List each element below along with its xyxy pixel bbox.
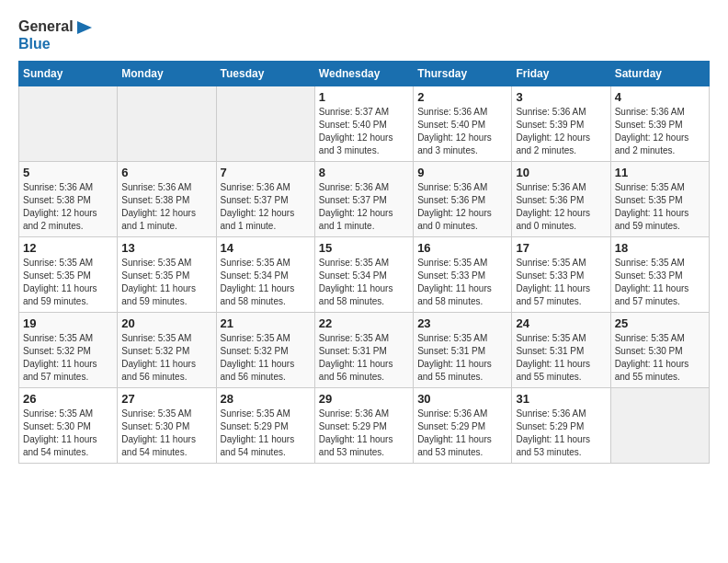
calendar-cell: 31Sunrise: 5:36 AM Sunset: 5:29 PM Dayli… [512, 388, 610, 464]
weekday-header: Wednesday [314, 62, 413, 86]
day-info: Sunrise: 5:35 AM Sunset: 5:33 PM Dayligh… [516, 257, 606, 308]
calendar-cell [610, 388, 709, 464]
calendar-cell: 25Sunrise: 5:35 AM Sunset: 5:30 PM Dayli… [610, 313, 709, 388]
weekday-header: Tuesday [216, 62, 314, 86]
calendar-cell: 10Sunrise: 5:36 AM Sunset: 5:36 PM Dayli… [512, 162, 610, 237]
logo-arrow-icon [75, 19, 92, 36]
calendar-cell: 20Sunrise: 5:35 AM Sunset: 5:32 PM Dayli… [118, 313, 216, 388]
day-number: 3 [516, 90, 606, 104]
day-number: 15 [319, 241, 409, 255]
day-number: 6 [121, 166, 211, 179]
day-number: 26 [23, 392, 113, 406]
day-info: Sunrise: 5:36 AM Sunset: 5:29 PM Dayligh… [417, 408, 507, 459]
day-info: Sunrise: 5:36 AM Sunset: 5:29 PM Dayligh… [319, 408, 409, 459]
calendar-cell: 5Sunrise: 5:36 AM Sunset: 5:38 PM Daylig… [19, 162, 118, 237]
day-info: Sunrise: 5:35 AM Sunset: 5:31 PM Dayligh… [319, 332, 409, 384]
calendar-cell [118, 86, 216, 162]
calendar-cell [216, 86, 314, 162]
day-number: 22 [319, 316, 409, 330]
day-number: 24 [516, 316, 606, 330]
day-number: 30 [417, 392, 507, 406]
day-info: Sunrise: 5:35 AM Sunset: 5:30 PM Dayligh… [23, 408, 113, 459]
day-info: Sunrise: 5:35 AM Sunset: 5:35 PM Dayligh… [121, 257, 211, 308]
calendar-cell: 15Sunrise: 5:35 AM Sunset: 5:34 PM Dayli… [314, 237, 413, 313]
day-number: 23 [417, 316, 507, 330]
day-info: Sunrise: 5:35 AM Sunset: 5:33 PM Dayligh… [417, 257, 507, 308]
day-number: 27 [121, 392, 211, 406]
weekday-header: Sunday [19, 62, 118, 86]
calendar-week-row: 1Sunrise: 5:37 AM Sunset: 5:40 PM Daylig… [19, 86, 710, 162]
calendar-cell: 12Sunrise: 5:35 AM Sunset: 5:35 PM Dayli… [19, 237, 118, 313]
calendar-cell: 9Sunrise: 5:36 AM Sunset: 5:36 PM Daylig… [414, 162, 512, 237]
day-info: Sunrise: 5:36 AM Sunset: 5:38 PM Dayligh… [121, 181, 211, 233]
weekday-header: Monday [118, 62, 216, 86]
calendar-header-row: SundayMondayTuesdayWednesdayThursdayFrid… [19, 62, 710, 86]
day-info: Sunrise: 5:35 AM Sunset: 5:34 PM Dayligh… [221, 257, 311, 308]
day-number: 8 [319, 166, 409, 179]
day-number: 1 [319, 90, 409, 104]
svg-marker-0 [77, 21, 92, 34]
calendar-cell: 19Sunrise: 5:35 AM Sunset: 5:32 PM Dayli… [19, 313, 118, 388]
calendar-week-row: 26Sunrise: 5:35 AM Sunset: 5:30 PM Dayli… [19, 388, 710, 464]
day-number: 4 [615, 90, 705, 104]
day-number: 28 [221, 392, 311, 406]
day-info: Sunrise: 5:35 AM Sunset: 5:29 PM Dayligh… [221, 408, 311, 459]
calendar-cell: 8Sunrise: 5:36 AM Sunset: 5:37 PM Daylig… [314, 162, 413, 237]
day-number: 5 [23, 166, 113, 179]
calendar-week-row: 19Sunrise: 5:35 AM Sunset: 5:32 PM Dayli… [19, 313, 710, 388]
day-number: 29 [319, 392, 409, 406]
day-number: 10 [516, 166, 606, 179]
day-info: Sunrise: 5:36 AM Sunset: 5:29 PM Dayligh… [516, 408, 606, 459]
calendar-cell: 17Sunrise: 5:35 AM Sunset: 5:33 PM Dayli… [512, 237, 610, 313]
day-info: Sunrise: 5:36 AM Sunset: 5:36 PM Dayligh… [516, 181, 606, 233]
calendar-cell: 13Sunrise: 5:35 AM Sunset: 5:35 PM Dayli… [118, 237, 216, 313]
calendar-cell: 28Sunrise: 5:35 AM Sunset: 5:29 PM Dayli… [216, 388, 314, 464]
day-info: Sunrise: 5:35 AM Sunset: 5:32 PM Dayligh… [121, 332, 211, 384]
calendar-cell: 29Sunrise: 5:36 AM Sunset: 5:29 PM Dayli… [314, 388, 413, 464]
calendar-cell: 22Sunrise: 5:35 AM Sunset: 5:31 PM Dayli… [314, 313, 413, 388]
logo-general: General [18, 18, 74, 34]
day-number: 16 [417, 241, 507, 255]
day-number: 25 [615, 316, 705, 330]
calendar-cell: 21Sunrise: 5:35 AM Sunset: 5:32 PM Dayli… [216, 313, 314, 388]
calendar-table: SundayMondayTuesdayWednesdayThursdayFrid… [18, 61, 710, 464]
day-number: 9 [417, 166, 507, 179]
day-number: 21 [221, 316, 311, 330]
calendar-cell: 16Sunrise: 5:35 AM Sunset: 5:33 PM Dayli… [414, 237, 512, 313]
day-number: 13 [121, 241, 211, 255]
calendar-week-row: 5Sunrise: 5:36 AM Sunset: 5:38 PM Daylig… [19, 162, 710, 237]
calendar-cell: 24Sunrise: 5:35 AM Sunset: 5:31 PM Dayli… [512, 313, 610, 388]
day-info: Sunrise: 5:35 AM Sunset: 5:35 PM Dayligh… [23, 257, 113, 308]
day-number: 2 [417, 90, 507, 104]
day-info: Sunrise: 5:36 AM Sunset: 5:40 PM Dayligh… [417, 106, 507, 157]
day-info: Sunrise: 5:36 AM Sunset: 5:39 PM Dayligh… [615, 106, 705, 157]
day-number: 14 [221, 241, 311, 255]
day-info: Sunrise: 5:35 AM Sunset: 5:33 PM Dayligh… [615, 257, 705, 308]
calendar-cell: 14Sunrise: 5:35 AM Sunset: 5:34 PM Dayli… [216, 237, 314, 313]
calendar-cell: 6Sunrise: 5:36 AM Sunset: 5:38 PM Daylig… [118, 162, 216, 237]
day-info: Sunrise: 5:37 AM Sunset: 5:40 PM Dayligh… [319, 106, 409, 157]
calendar-cell: 26Sunrise: 5:35 AM Sunset: 5:30 PM Dayli… [19, 388, 118, 464]
calendar-cell: 7Sunrise: 5:36 AM Sunset: 5:37 PM Daylig… [216, 162, 314, 237]
day-info: Sunrise: 5:35 AM Sunset: 5:31 PM Dayligh… [516, 332, 606, 384]
calendar-cell: 18Sunrise: 5:35 AM Sunset: 5:33 PM Dayli… [610, 237, 709, 313]
weekday-header: Saturday [610, 62, 709, 86]
day-info: Sunrise: 5:36 AM Sunset: 5:36 PM Dayligh… [417, 181, 507, 233]
day-info: Sunrise: 5:35 AM Sunset: 5:30 PM Dayligh… [615, 332, 705, 384]
day-info: Sunrise: 5:35 AM Sunset: 5:35 PM Dayligh… [615, 181, 705, 233]
day-info: Sunrise: 5:35 AM Sunset: 5:34 PM Dayligh… [319, 257, 409, 308]
day-number: 17 [516, 241, 606, 255]
day-info: Sunrise: 5:35 AM Sunset: 5:31 PM Dayligh… [417, 332, 507, 384]
calendar-cell: 11Sunrise: 5:35 AM Sunset: 5:35 PM Dayli… [610, 162, 709, 237]
day-info: Sunrise: 5:35 AM Sunset: 5:30 PM Dayligh… [121, 408, 211, 459]
weekday-header: Friday [512, 62, 610, 86]
page-header: General Blue [18, 18, 710, 52]
calendar-cell: 2Sunrise: 5:36 AM Sunset: 5:40 PM Daylig… [414, 86, 512, 162]
logo-container: General Blue [18, 18, 92, 52]
day-info: Sunrise: 5:36 AM Sunset: 5:38 PM Dayligh… [23, 181, 113, 233]
calendar-cell: 27Sunrise: 5:35 AM Sunset: 5:30 PM Dayli… [118, 388, 216, 464]
day-number: 7 [221, 166, 311, 179]
logo-blue: Blue [18, 36, 51, 52]
day-number: 11 [615, 166, 705, 179]
day-info: Sunrise: 5:35 AM Sunset: 5:32 PM Dayligh… [23, 332, 113, 384]
